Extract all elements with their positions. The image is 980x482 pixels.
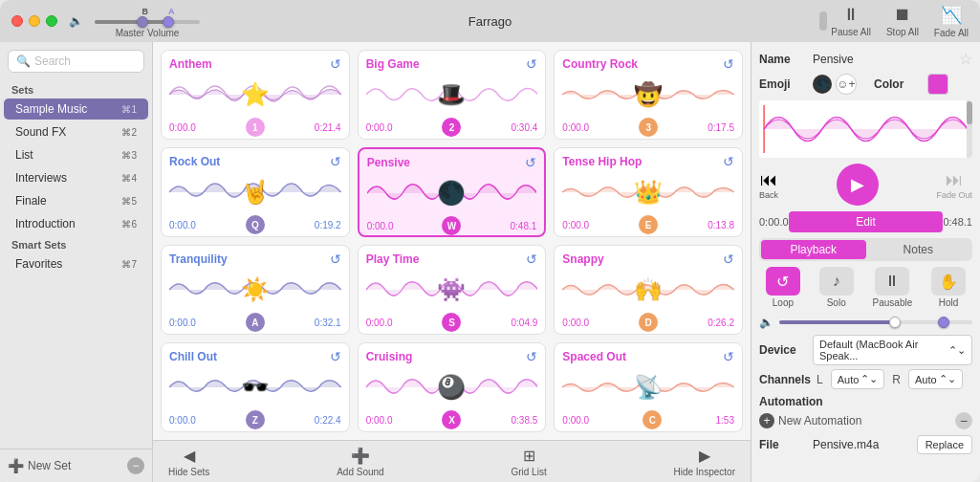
master-volume-label: Master Volume: [116, 28, 180, 38]
replace-button[interactable]: Replace: [917, 435, 972, 454]
emoji-color-row: Emoji 🌑 ☺+ Color: [759, 74, 972, 95]
hold-icon: ✋: [931, 267, 966, 296]
master-volume-container: B A Master Volume: [95, 5, 200, 38]
master-volume-slider[interactable]: B A: [95, 20, 200, 24]
card-footer: 0:00.0 X 0:38.5: [366, 410, 538, 429]
remove-automation-button[interactable]: −: [955, 412, 972, 429]
start-time: 0:00.0: [366, 122, 393, 133]
sound-card-play-time[interactable]: Play Time ↺ 👾 0:00.0 S 0:04.9: [358, 245, 547, 335]
sound-card-rock-out[interactable]: Rock Out ↺ 🤘 0:00.0 Q 0:19.2: [161, 147, 350, 237]
file-value: Pensive.m4a: [813, 438, 911, 451]
vol-knob-a[interactable]: [938, 317, 949, 328]
sidebar-item-favorites[interactable]: Favorites ⌘7: [4, 253, 148, 274]
device-select[interactable]: Default (MacBook Air Speak... ⌃⌄: [813, 335, 972, 365]
new-automation-button[interactable]: + New Automation: [759, 413, 861, 428]
plus-circle-icon: +: [759, 413, 774, 428]
solo-button[interactable]: ♪ Solo: [819, 267, 854, 308]
sidebar-shortcut: ⌘7: [121, 259, 137, 270]
sound-card-chill-out[interactable]: Chill Out ↺ 🕶️ 0:00.0 Z 0:22.4: [161, 342, 350, 432]
sound-grid: Anthem ↺ ⭐ 0:00.0 1 0:21.4: [153, 42, 751, 440]
sound-card-anthem[interactable]: Anthem ↺ ⭐ 0:00.0 1 0:21.4: [161, 50, 350, 140]
sound-card-big-game[interactable]: Big Game ↺ 🎩 0:00.0 2 0:30.4: [358, 50, 547, 140]
sidebar-item-list[interactable]: List ⌘3: [4, 144, 148, 165]
emoji-add-button[interactable]: ☺+: [836, 74, 857, 95]
card-header: Big Game ↺: [366, 56, 538, 72]
sidebar-item-interviews[interactable]: Interviews ⌘4: [4, 167, 148, 188]
back-button[interactable]: ⏮: [760, 170, 777, 190]
volume-speaker-icon: 🔈: [759, 316, 773, 329]
sidebar-shortcut: ⌘4: [121, 173, 137, 184]
end-time: 0:04.9: [512, 318, 538, 328]
sidebar-item-sample-music[interactable]: Sample Music ⌘1: [4, 99, 148, 120]
waveform-area: 🙌: [562, 271, 734, 309]
loop-icon: ↺: [526, 252, 537, 267]
channel-l-select[interactable]: Auto ⌃⌄: [831, 369, 885, 389]
hide-sets-button[interactable]: ◀ Hide Sets: [168, 447, 209, 477]
sound-card-snappy[interactable]: Snappy ↺ 🙌 0:00.0 D 0:26.2: [554, 245, 743, 335]
inspector-panel: Name Pensive ☆ Emoji 🌑 ☺+ Color: [751, 42, 980, 482]
sidebar-item-label: Sound FX: [15, 125, 66, 139]
end-time: 0:38.5: [512, 415, 538, 426]
remove-set-button[interactable]: −: [127, 457, 144, 474]
color-swatch[interactable]: [927, 74, 948, 95]
inspector-volume-slider[interactable]: [779, 320, 972, 324]
hide-inspector-icon: ▶: [699, 447, 710, 465]
sidebar-item-finale[interactable]: Finale ⌘5: [4, 190, 148, 211]
sound-card-tranquility[interactable]: Tranquility ↺ ☀️ 0:00.0 A 0:32.1: [161, 245, 350, 335]
edit-button[interactable]: Edit: [789, 211, 944, 232]
pause-all-button[interactable]: ⏸ Pause All: [831, 5, 871, 37]
pausable-icon: ⏸: [875, 267, 909, 296]
sound-name: Snappy: [562, 252, 603, 266]
sidebar-item-sound-fx[interactable]: Sound FX ⌘2: [4, 121, 148, 142]
emoji: ⭐: [241, 81, 270, 108]
title-bar-actions: ⏸ Pause All ⏹ Stop All 📉 Fade All: [831, 5, 969, 38]
emoji: 🕶️: [241, 374, 270, 401]
grid-list-toggle[interactable]: ⊞ Grid List: [511, 447, 546, 477]
emoji: 🙌: [634, 276, 663, 303]
inspector-waveform: [759, 100, 972, 158]
tab-playback[interactable]: Playback: [761, 240, 866, 259]
card-header: Tranquility ↺: [169, 252, 341, 267]
sound-card-cruising[interactable]: Cruising ↺ 🎱 0:00.0 X 0:38.5: [358, 342, 547, 432]
search-box[interactable]: 🔍 Search: [8, 50, 144, 73]
sound-name: Tense Hip Hop: [562, 155, 642, 168]
play-button[interactable]: ▶: [837, 164, 879, 206]
end-time: 0:32.1: [315, 318, 341, 328]
close-button[interactable]: [11, 15, 23, 27]
hide-inspector-button[interactable]: ▶ Hide Inspector: [673, 447, 734, 477]
sidebar-shortcut: ⌘6: [121, 219, 137, 230]
sound-card-spaced-out[interactable]: Spaced Out ↺ 📡 0:00.0 C 1:53: [554, 342, 743, 432]
emoji-picker: 🌑 ☺+: [813, 74, 857, 95]
volume-knob-b[interactable]: [137, 16, 148, 28]
hotkey-badge: 2: [442, 118, 461, 137]
card-footer: 0:00.0 2 0:30.4: [366, 118, 538, 137]
channel-r-select[interactable]: Auto ⌃⌄: [908, 369, 963, 389]
hold-button[interactable]: ✋ Hold: [931, 267, 966, 308]
stop-all-button[interactable]: ⏹ Stop All: [886, 5, 919, 37]
minimize-button[interactable]: [29, 15, 40, 27]
solo-icon: ♪: [819, 267, 854, 296]
vol-knob-b[interactable]: [889, 317, 901, 328]
sidebar-item-introduction[interactable]: Introduction ⌘6: [4, 213, 148, 234]
add-sound-button[interactable]: ➕ Add Sound: [337, 447, 384, 477]
loop-button[interactable]: ↺ Loop: [766, 267, 800, 308]
tab-notes[interactable]: Notes: [866, 240, 971, 259]
sound-card-country-rock[interactable]: Country Rock ↺ 🤠 0:00.0 3 0:17.5: [554, 50, 743, 140]
start-time: 0:00.0: [367, 221, 394, 231]
sound-card-tense-hip-hop[interactable]: Tense Hip Hop ↺ 👑 0:00.0 E 0:13.8: [554, 147, 743, 237]
volume-knob-a[interactable]: [163, 16, 174, 28]
maximize-button[interactable]: [46, 15, 57, 27]
sound-name: Cruising: [366, 350, 413, 363]
waveform-scrollbar[interactable]: [967, 100, 972, 158]
pausable-button[interactable]: ⏸ Pausable: [873, 267, 913, 308]
sound-name: Play Time: [366, 252, 420, 266]
card-header: Pensive ↺: [367, 155, 537, 170]
vol-b-label: B: [142, 7, 149, 16]
new-set-button[interactable]: ➕ New Set: [8, 458, 71, 473]
fade-all-button[interactable]: 📉 Fade All: [934, 5, 969, 38]
fade-out-button[interactable]: ⏭: [946, 170, 963, 190]
hotkey-badge: S: [442, 313, 461, 332]
sound-card-pensive[interactable]: Pensive ↺ 🌑 0:00.0 W 0:48.1: [358, 147, 547, 237]
plus-icon: ➕: [8, 458, 24, 473]
star-button[interactable]: ☆: [959, 50, 972, 68]
